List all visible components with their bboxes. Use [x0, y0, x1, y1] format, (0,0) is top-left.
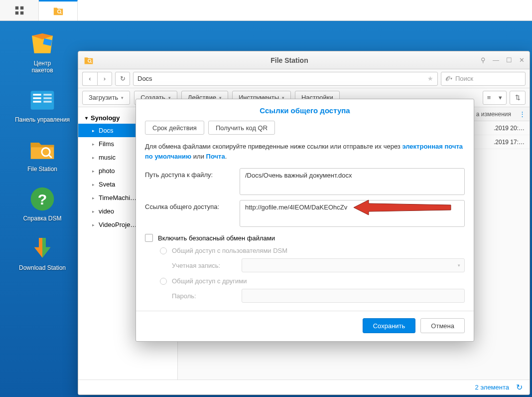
desktop-icon-label: Центрпакетов [31, 60, 53, 74]
save-button[interactable]: Сохранить [363, 318, 416, 333]
chevron-right-icon: ▸ [92, 169, 95, 174]
others-label: Общий доступ с другими [172, 277, 247, 285]
taskbar [0, 0, 532, 21]
search-icon: 𝒪 [445, 75, 449, 83]
cell-date: .2019 20:… [475, 125, 525, 132]
svg-rect-13 [43, 101, 51, 103]
chevron-right-icon: ▸ [92, 182, 95, 187]
svg-rect-3 [20, 11, 23, 14]
mail-link[interactable]: Почта [206, 153, 225, 160]
password-label: Пароль: [172, 292, 242, 300]
desktop-download-station[interactable]: Download Station [0, 234, 85, 271]
qr-code-button[interactable]: Получить код QR [208, 121, 275, 135]
minimize-icon[interactable]: — [493, 56, 499, 64]
tree-root-label: Synology [91, 114, 120, 122]
secure-sharing-checkbox[interactable] [145, 234, 153, 242]
nav-forward-button[interactable]: › [97, 72, 112, 86]
svg-rect-7 [31, 91, 54, 109]
titlebar: File Station ⚲ — ☐ ✕ [78, 51, 530, 69]
dsm-users-label: Общий доступ с пользователями DSM [172, 247, 287, 254]
chevron-down-icon: ▾ [85, 115, 88, 121]
chevron-left-icon: ‹ [89, 75, 91, 82]
svg-text:?: ? [38, 191, 47, 207]
svg-rect-12 [43, 97, 51, 99]
file-station-icon [28, 136, 56, 164]
chevron-down-icon: ▾ [458, 263, 460, 268]
dialog-description: Для обмена файлами скопируйте приведенны… [145, 142, 465, 161]
cancel-button[interactable]: Отмена [420, 318, 465, 333]
maximize-icon[interactable]: ☐ [506, 56, 512, 64]
chevron-right-icon: ▸ [92, 128, 95, 133]
chevron-down-icon: ▾ [121, 95, 124, 100]
status-count: 2 элемента [475, 384, 509, 391]
share-links-dialog: Ссылки общего доступа Срок действия Полу… [135, 99, 474, 342]
search-input[interactable]: 𝒪▾ Поиск [441, 72, 526, 86]
others-radio [160, 278, 167, 285]
account-label: Учетная запись: [172, 262, 242, 269]
dialog-title: Ссылки общего доступа [136, 99, 474, 121]
cell-date: .2019 17:… [475, 139, 525, 146]
chevron-right-icon: ▸ [92, 142, 95, 147]
chevron-down-icon: ▾ [499, 94, 502, 101]
desktop-icon-label: Download Station [19, 264, 66, 271]
star-icon[interactable]: ★ [427, 75, 433, 82]
upload-button[interactable]: Загрузить▾ [82, 91, 130, 105]
close-icon[interactable]: ✕ [519, 56, 525, 64]
share-url-label: Ссылка общего доступа: [145, 200, 240, 227]
search-placeholder: Поиск [455, 75, 473, 82]
sort-icon: ⇅ [515, 94, 521, 101]
refresh-icon[interactable]: ↻ [516, 383, 523, 392]
desktop-icon-label: File Station [27, 166, 57, 173]
dsm-users-radio [160, 247, 167, 254]
svg-rect-2 [15, 11, 18, 14]
desktop-help[interactable]: ? Справка DSM [0, 185, 85, 222]
svg-rect-1 [20, 6, 23, 9]
path-text: Docs [137, 75, 152, 82]
window-title: File Station [98, 56, 481, 64]
share-url-box[interactable]: http://gofile.me/4IEOM/DaKEOhcZv [240, 200, 465, 227]
svg-rect-0 [15, 6, 18, 9]
expiry-button[interactable]: Срок действия [145, 121, 204, 135]
desktop-package-center[interactable]: Центрпакетов [0, 30, 85, 74]
chevron-right-icon: › [104, 75, 106, 82]
chevron-down-icon: ▾ [450, 76, 452, 81]
chevron-right-icon: ▸ [92, 222, 95, 227]
svg-rect-8 [33, 94, 41, 96]
chevron-right-icon: ▸ [92, 196, 95, 200]
nav-refresh-button[interactable]: ↻ [115, 72, 130, 86]
secure-sharing-label: Включить безопасный обмен файлами [158, 234, 275, 242]
apps-grid-icon [13, 5, 26, 16]
desktop-icon-label: Справка DSM [23, 215, 61, 222]
chevron-right-icon: ▸ [92, 209, 95, 214]
desktop-icon-label: Панель управления [15, 116, 70, 123]
taskbar-file-station-button[interactable] [39, 0, 78, 20]
refresh-icon: ↻ [120, 75, 126, 82]
svg-rect-9 [33, 97, 41, 99]
download-station-icon [28, 234, 56, 262]
chevron-right-icon: ▸ [92, 155, 95, 160]
desktop-control-panel[interactable]: Панель управления [0, 86, 85, 123]
package-center-icon [28, 30, 56, 58]
password-input [242, 289, 465, 303]
desktop-file-station[interactable]: File Station [0, 136, 85, 173]
control-panel-icon [28, 86, 56, 114]
sort-button[interactable]: ⇅ [510, 91, 526, 105]
help-icon: ? [28, 185, 56, 213]
column-menu-icon[interactable]: ⋮ [519, 110, 526, 118]
desktop: Центрпакетов Панель управления File Stat… [0, 30, 85, 284]
account-select: ▾ [242, 258, 465, 272]
path-input[interactable]: Docs ★ [133, 72, 438, 86]
nav-back-button[interactable]: ‹ [82, 72, 97, 86]
view-mode-button[interactable]: ≡▾ [483, 91, 507, 105]
nav-row: ‹ › ↻ Docs ★ 𝒪▾ Поиск [78, 69, 530, 88]
svg-rect-10 [33, 101, 41, 103]
svg-rect-11 [43, 94, 51, 96]
folder-search-icon [52, 5, 65, 16]
folder-search-icon [83, 55, 94, 65]
path-value-box[interactable]: /Docs/Очень важный документ.docx [240, 168, 465, 195]
list-icon: ≡ [487, 94, 491, 101]
statusbar: 2 элемента ↻ [78, 380, 530, 395]
pin-icon[interactable]: ⚲ [481, 56, 486, 64]
path-label: Путь доступа к файлу: [145, 168, 240, 195]
taskbar-apps-button[interactable] [0, 0, 39, 20]
